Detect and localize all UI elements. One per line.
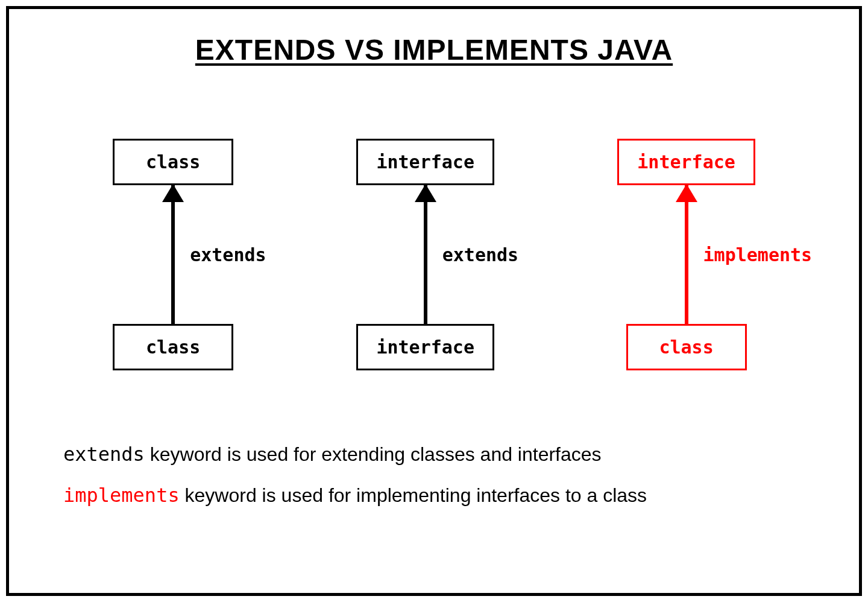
bottom-box: class <box>113 324 233 370</box>
arrow-up: extends <box>113 185 233 324</box>
diagram-title: EXTENDS VS IMPLEMENTS JAVA <box>39 33 829 66</box>
note-implements-text: keyword is used for implementing interfa… <box>180 484 647 506</box>
arrow-up: extends <box>356 185 494 324</box>
arrow-head-icon <box>415 184 436 202</box>
top-box: interface <box>617 139 755 185</box>
note-extends: extends keyword is used for extending cl… <box>63 443 829 466</box>
note-implements: implements keyword is used for implement… <box>63 484 829 507</box>
arrow-label: extends <box>190 244 266 265</box>
arrow-line-icon <box>171 185 175 324</box>
diagram-frame: EXTENDS VS IMPLEMENTS JAVA class extends… <box>6 6 862 596</box>
keyword-extends: extends <box>63 443 145 466</box>
arrow-label: extends <box>442 244 518 265</box>
arrow-line-icon <box>424 185 427 324</box>
bottom-box: interface <box>356 324 494 370</box>
column-class-implements-interface: interface implements class <box>617 139 755 370</box>
column-class-extends-class: class extends class <box>113 139 233 370</box>
diagram-columns: class extends class interface extends in… <box>39 139 829 370</box>
column-interface-extends-interface: interface extends interface <box>356 139 494 370</box>
bottom-box: class <box>626 324 747 370</box>
arrow-head-icon <box>162 184 184 202</box>
top-box: class <box>113 139 233 185</box>
arrow-label: implements <box>703 244 813 265</box>
arrow-head-icon <box>676 184 697 202</box>
top-box: interface <box>356 139 494 185</box>
notes-section: extends keyword is used for extending cl… <box>39 443 829 507</box>
arrow-up: implements <box>617 185 755 324</box>
note-extends-text: keyword is used for extending classes an… <box>145 443 602 465</box>
arrow-line-icon <box>685 185 688 324</box>
keyword-implements: implements <box>63 484 180 507</box>
